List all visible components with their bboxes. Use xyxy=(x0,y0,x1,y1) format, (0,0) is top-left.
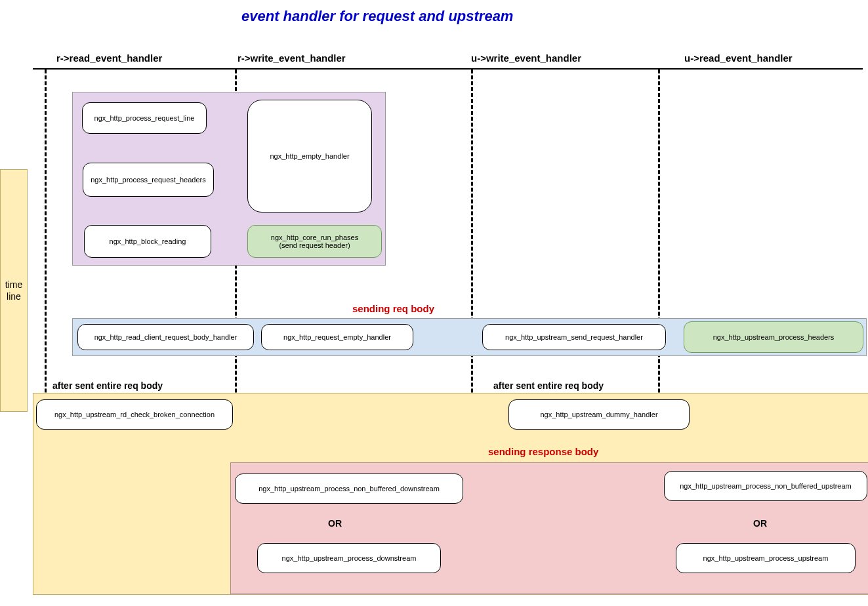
label-after-sent-2: after sent entire req body xyxy=(493,380,604,391)
box-rd-check-broken: ngx_http_upstream_rd_check_broken_connec… xyxy=(36,399,233,430)
box-process-downstream: ngx_http_upstream_process_downstream xyxy=(257,543,441,573)
col-header-1: r->read_event_handler xyxy=(56,52,162,64)
box-core-run-phases-line2: (send request header) xyxy=(279,241,350,249)
header-divider xyxy=(33,68,863,70)
col-header-3: u->write_event_handler xyxy=(471,52,581,64)
box-process-request-headers: ngx_http_process_request_headers xyxy=(83,163,214,197)
label-after-sent-1: after sent entire req body xyxy=(52,380,163,391)
box-core-run-phases: ngx_http_core_run_phases (send request h… xyxy=(247,225,382,258)
label-sending-resp-body: sending response body xyxy=(488,446,598,457)
timeline-text: time line xyxy=(5,279,22,302)
or-label-1: OR xyxy=(328,518,342,529)
box-request-empty-handler: ngx_http_request_empty_handler xyxy=(261,324,413,350)
col-header-4: u->read_event_handler xyxy=(684,52,793,64)
box-empty-handler: ngx_http_empty_handler xyxy=(247,100,372,212)
col-header-2: r->write_event_handler xyxy=(238,52,346,64)
box-block-reading: ngx_http_block_reading xyxy=(84,225,211,258)
timeline-label: time line xyxy=(0,169,28,412)
or-label-2: OR xyxy=(753,518,767,529)
box-upstream-dummy: ngx_http_upstream_dummy_handler xyxy=(508,399,690,430)
box-non-buffered-upstream: ngx_http_upstream_process_non_buffered_u… xyxy=(664,471,867,501)
box-upstream-process-headers: ngx_http_upstream_process_headers xyxy=(684,321,863,353)
label-sending-req-body: sending req body xyxy=(352,303,434,314)
diagram-title: event handler for request and upstream xyxy=(241,8,513,25)
box-read-client-request-body: ngx_http_read_client_request_body_handle… xyxy=(77,324,254,350)
box-core-run-phases-line1: ngx_http_core_run_phases xyxy=(271,233,358,241)
box-process-request-line: ngx_http_process_request_line xyxy=(82,102,207,134)
box-process-upstream: ngx_http_upstream_process_upstream xyxy=(676,543,856,573)
box-non-buffered-downstream: ngx_http_upstream_process_non_buffered_d… xyxy=(235,474,463,504)
box-upstream-send-request: ngx_http_upstream_send_request_handler xyxy=(482,324,666,350)
